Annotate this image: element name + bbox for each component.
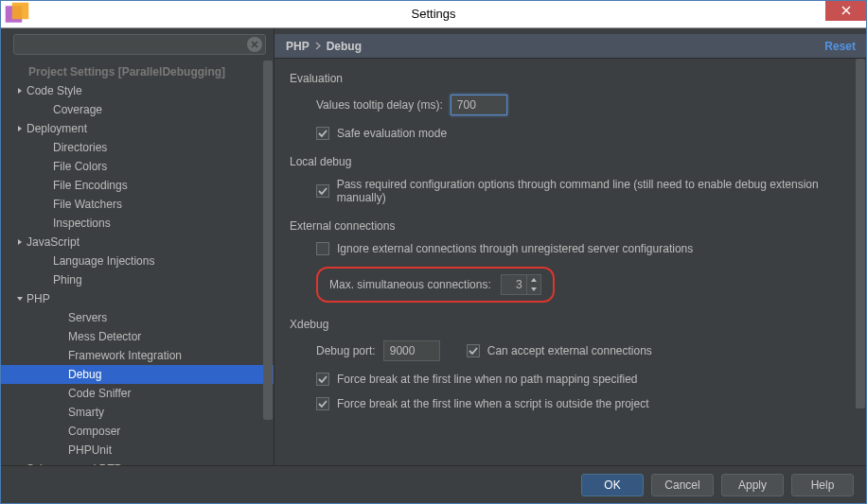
max-conn-spinner[interactable] [501,274,541,295]
tree-item-label: Smarty [68,406,104,419]
chevron-right-icon [40,141,53,154]
tree-item-debug[interactable]: Debug [0,365,274,384]
chevron-right-icon [40,160,53,173]
max-conn-highlight: Max. simultaneous connections: [316,267,555,303]
tree-item-code-sniffer[interactable]: Code Sniffer [0,384,274,403]
debug-port-label: Debug port: [316,344,376,357]
debug-port-input[interactable] [383,340,440,361]
tree-item-deployment[interactable]: Deployment [0,119,274,138]
tree-item-code-style[interactable]: Code Style [0,81,274,100]
chevron-right-icon[interactable] [13,462,27,465]
tree-item-schemas-and-dtds[interactable]: Schemas and DTDs [0,460,274,465]
safe-eval-checkbox[interactable] [316,127,329,140]
section-local-debug: Local debug Pass required configuration … [290,155,856,204]
breadcrumb-bar: PHP Debug Reset [274,34,867,59]
tree-item-php[interactable]: PHP [0,289,274,308]
chevron-right-icon [55,387,68,400]
tree-scrollbar[interactable] [263,61,273,465]
tree-item-label: Servers [68,311,107,324]
tree-item-javascript[interactable]: JavaScript [0,233,274,252]
chevron-right-icon[interactable] [13,235,27,249]
safe-eval-label[interactable]: Safe evaluation mode [337,127,447,140]
spinner-up-icon[interactable] [527,275,540,285]
reset-link[interactable]: Reset [824,40,856,53]
settings-scrollbar[interactable] [856,59,865,465]
tree-item-phpunit[interactable]: PHPUnit [0,441,274,460]
chevron-right-icon[interactable] [13,84,27,97]
ignore-external-label[interactable]: Ignore external connections through unre… [337,242,693,255]
chevron-down-icon[interactable] [13,292,27,305]
tree-item-label: PHP [27,292,50,305]
tree-item-smarty[interactable]: Smarty [0,403,274,422]
tree-item-file-watchers[interactable]: File Watchers [0,195,274,214]
chevron-right-icon [40,273,53,287]
break-outside-checkbox[interactable] [316,397,329,410]
cancel-button[interactable]: Cancel [651,474,714,496]
break-nomap-checkbox[interactable] [316,373,329,386]
tree-item-file-encodings[interactable]: File Encodings [0,176,274,195]
svg-rect-1 [12,2,29,19]
tree-item-label: Schemas and DTDs [27,462,128,465]
tree-item-file-colors[interactable]: File Colors [0,157,274,176]
tree-item-inspections[interactable]: Inspections [0,214,274,233]
tree-item-servers[interactable]: Servers [0,308,274,327]
tree-item-label: Inspections [53,217,111,230]
tree-item-label: File Watchers [53,198,122,211]
section-title: Evaluation [290,72,856,85]
breadcrumb-root: PHP [286,40,310,53]
chevron-right-icon [40,198,53,211]
chevron-right-icon [40,217,53,230]
tree-item-label: Composer [68,425,120,438]
tree-item-language-injections[interactable]: Language Injections [0,252,274,270]
tooltip-delay-label: Values tooltip delay (ms): [316,98,443,112]
tree-item-label: JavaScript [27,235,80,249]
tree-item-framework-integration[interactable]: Framework Integration [0,346,274,365]
tree-item-label: PHPUnit [68,443,112,457]
chevron-right-icon [40,103,53,116]
pass-opts-label[interactable]: Pass required configuration options thro… [337,178,856,204]
tree-item-coverage[interactable]: Coverage [0,100,274,119]
chevron-right-icon [40,179,53,192]
tree-item-label: Coverage [53,103,102,116]
spinner-down-icon[interactable] [527,285,540,294]
max-conn-input[interactable] [502,278,526,291]
ignore-external-checkbox[interactable] [316,242,329,255]
chevron-right-icon [55,406,68,419]
tree-item-phing[interactable]: Phing [0,270,274,289]
accept-ext-label[interactable]: Can accept external connections [487,344,652,357]
search-input[interactable] [13,34,266,55]
apply-button[interactable]: Apply [721,474,784,496]
app-icon [4,1,30,27]
section-xdebug: Xdebug Debug port: Can accept external c… [290,318,856,410]
help-button[interactable]: Help [791,474,854,496]
titlebar: Settings [0,0,867,28]
chevron-right-icon [55,330,68,343]
window-title: Settings [412,7,456,21]
tree-item-label: Directories [53,141,107,154]
chevron-right-icon [55,443,68,457]
dialog-buttons: OK Cancel Apply Help [0,465,867,503]
tree-item-directories[interactable]: Directories [0,138,274,157]
breadcrumb-leaf: Debug [327,40,362,53]
tree-item-mess-detector[interactable]: Mess Detector [0,327,274,346]
tree-item-label: File Colors [53,160,107,173]
break-outside-label[interactable]: Force break at the first line when a scr… [337,397,649,410]
tree-item-label: Phing [53,273,82,287]
break-nomap-label[interactable]: Force break at the first line when no pa… [337,373,638,386]
section-title: External connections [290,219,856,233]
pass-opts-checkbox[interactable] [316,184,329,198]
ok-button[interactable]: OK [581,474,644,496]
search-box [13,34,266,55]
close-button[interactable] [825,0,867,21]
chevron-right-icon[interactable] [13,122,27,135]
tree-item-label: Code Style [27,84,82,97]
search-clear-icon[interactable] [247,37,262,52]
chevron-right-icon [55,368,68,381]
tree-item-composer[interactable]: Composer [0,422,274,441]
max-conn-label: Max. simultaneous connections: [329,278,491,291]
tree-item-label: Framework Integration [68,349,182,362]
tree-item-label: Mess Detector [68,330,141,343]
chevron-right-icon [315,40,321,53]
tooltip-delay-input[interactable] [451,95,507,115]
accept-ext-checkbox[interactable] [467,344,480,357]
